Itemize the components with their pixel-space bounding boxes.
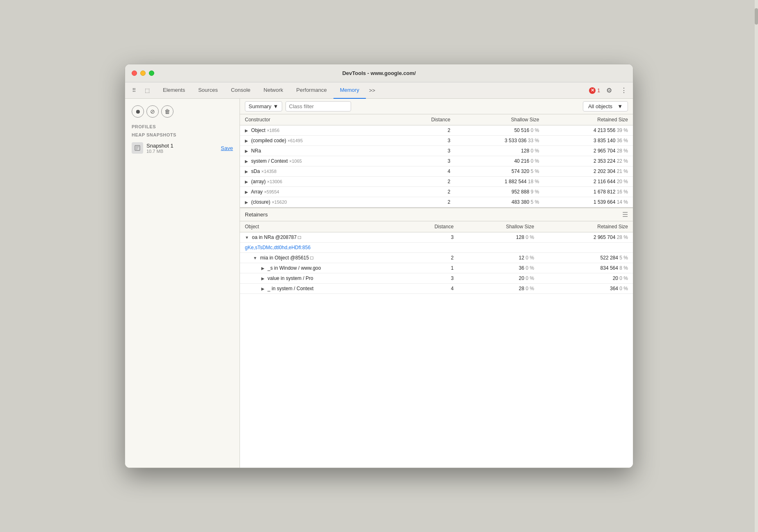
- shallow-size-cell: 483 380 5 %: [455, 197, 544, 207]
- tab-sources[interactable]: Sources: [192, 82, 224, 99]
- shallow-pct: 9 %: [531, 189, 539, 195]
- tab-console[interactable]: Console: [224, 82, 257, 99]
- retainers-retained-cell: 2 965 704 28 %: [539, 232, 633, 243]
- constructor-count: ×59554: [264, 189, 279, 194]
- shallow-pct: 5 %: [531, 199, 539, 205]
- retainers-distance-cell: 3: [397, 273, 459, 284]
- shallow-size-cell: 40 216 0 %: [455, 156, 544, 166]
- retainers-object-cell: ▶ _s in Window / www.goo: [240, 263, 397, 273]
- all-objects-dropdown[interactable]: All objects ▼: [583, 101, 628, 111]
- retainers-object-header: Object: [240, 221, 397, 232]
- retained-size-cell: 1 678 812 16 %: [544, 187, 633, 197]
- tab-right-area: ✕ 1 ⚙ ⋮: [589, 85, 630, 96]
- retainers-retained-header: Retained Size: [539, 221, 633, 232]
- tab-network[interactable]: Network: [257, 82, 290, 99]
- close-button[interactable]: [132, 70, 137, 76]
- content-toolbar: Summary ▼ All objects ▼: [240, 99, 633, 114]
- retainers-menu-icon[interactable]: ☰: [622, 211, 628, 218]
- dropdown-arrow-icon: ▼: [273, 103, 279, 109]
- constructor-cell: ▶ Array ×59554: [240, 187, 397, 197]
- retained-size-cell: 1 539 664 14 %: [544, 197, 633, 207]
- settings-icon[interactable]: ⚙: [603, 85, 615, 96]
- tab-elements[interactable]: Elements: [156, 82, 192, 99]
- shallow-pct: 0 %: [531, 127, 539, 133]
- content-area: Summary ▼ All objects ▼ Constructor Dist…: [240, 99, 633, 468]
- shallow-pct: 33 %: [528, 138, 539, 143]
- retainers-table-row[interactable]: gKe,sTsDMc,dtl0hd,eHDfl:856: [240, 243, 633, 253]
- retainers-distance-cell: 4: [397, 284, 459, 294]
- class-filter-input[interactable]: [285, 101, 351, 111]
- tables-container: Constructor Distance Shallow Size Retain…: [240, 114, 633, 468]
- constructor-count: ×13006: [267, 179, 282, 184]
- constructor-count: ×1065: [289, 159, 302, 164]
- distance-cell: 2: [397, 125, 455, 136]
- heap-table-row[interactable]: ▶ (closure) ×15620 2 483 380 5 % 1 539 6…: [240, 197, 633, 207]
- expand-arrow-icon: ▶: [245, 149, 248, 153]
- shallow-pct: 5 %: [531, 168, 539, 174]
- device-tool-icon[interactable]: ⬚: [142, 85, 153, 96]
- heap-table-row[interactable]: ▶ (array) ×13006 2 1 882 544 18 % 2 116 …: [240, 177, 633, 187]
- objects-dropdown-arrow-icon: ▼: [617, 103, 623, 109]
- retained-pct: 36 %: [617, 138, 628, 143]
- retainers-object-cell: ▼ mia in Object @85615 □: [240, 253, 397, 263]
- clear-button[interactable]: ⊘: [146, 105, 159, 118]
- retainers-table-row[interactable]: ▶ _s in Window / www.goo 1 36 0 % 834 56…: [240, 263, 633, 273]
- heap-table-row[interactable]: ▶ (compiled code) ×61495 3 3 533 036 33 …: [240, 136, 633, 146]
- retainers-retained-pct: 8 %: [619, 265, 628, 271]
- window-title: DevTools - www.google.com/: [342, 70, 416, 76]
- retainers-link[interactable]: gKe,sTsDMc,dtl0hd,eHDfl:856: [245, 245, 311, 250]
- select-tool-icon[interactable]: ⠿: [128, 85, 140, 96]
- shallow-size-cell: 3 533 036 33 %: [455, 136, 544, 146]
- heap-table-row[interactable]: ▶ Object ×1856 2 50 516 0 % 4 213 556 39…: [240, 125, 633, 136]
- expand-arrow-icon: ▶: [245, 159, 248, 164]
- retainers-table-row[interactable]: ▼ oa in NRa @208787 □ 3 128 0 % 2 965 70…: [240, 232, 633, 243]
- retainers-object-name: mia in Object @85615 □: [260, 255, 313, 261]
- tab-performance[interactable]: Performance: [290, 82, 333, 99]
- heap-table-row[interactable]: ▶ Array ×59554 2 952 888 9 % 1 678 812 1…: [240, 187, 633, 197]
- retainers-object-cell: ▶ _ in system / Context: [240, 284, 397, 294]
- maximize-button[interactable]: [149, 70, 154, 76]
- delete-button[interactable]: 🗑: [161, 105, 174, 118]
- more-options-icon[interactable]: ⋮: [618, 85, 630, 96]
- retainers-table-row[interactable]: ▶ _ in system / Context 4 28 0 % 364 0 %: [240, 284, 633, 294]
- shallow-size-cell: 574 320 5 %: [455, 166, 544, 177]
- retained-size-header: Retained Size: [544, 114, 633, 125]
- minimize-button[interactable]: [140, 70, 146, 76]
- retainers-table: Object Distance Shallow Size Retained Si…: [240, 221, 633, 294]
- retainers-table-row[interactable]: ▼ mia in Object @85615 □ 2 12 0 % 522 28…: [240, 253, 633, 263]
- main-area: ⏺ ⊘ 🗑 Profiles HEAP SNAPSHOTS Snapshot: [125, 99, 633, 468]
- retainers-retained-cell: 522 284 5 %: [539, 253, 633, 263]
- heap-table-row[interactable]: ▶ NRa 3 128 0 % 2 965 704 28 %: [240, 146, 633, 156]
- expand-arrow-icon: ▶: [245, 180, 248, 184]
- shallow-pct: 0 %: [531, 158, 539, 164]
- error-icon: ✕: [589, 87, 596, 94]
- summary-dropdown[interactable]: Summary ▼: [245, 101, 282, 111]
- constructor-name: NRa: [251, 148, 261, 154]
- tab-memory[interactable]: Memory: [333, 82, 366, 99]
- retainers-shallow-pct: 0 %: [525, 265, 534, 271]
- retainers-title: Retainers: [245, 211, 268, 218]
- retainers-retained-pct: 0 %: [619, 286, 628, 291]
- retainers-table-row[interactable]: ▶ value in system / Pro 3 20 0 % 20 0 %: [240, 273, 633, 284]
- retainers-expand-icon: ▶: [261, 276, 265, 281]
- retainers-expand-icon: ▼: [245, 235, 249, 240]
- expand-arrow-icon: ▶: [245, 200, 248, 205]
- snapshot-info: Snapshot 1 10.7 MB: [146, 143, 217, 154]
- retainers-expand-icon: ▼: [253, 256, 257, 260]
- retainers-shallow-cell: 28 0 %: [459, 284, 539, 294]
- retainers-shallow-header: Shallow Size: [459, 221, 539, 232]
- traffic-lights: [132, 70, 154, 76]
- constructor-count: ×61495: [288, 138, 303, 143]
- shallow-pct: 0 %: [531, 148, 539, 154]
- retained-size-cell: 4 213 556 39 %: [544, 125, 633, 136]
- heap-table-row[interactable]: ▶ sDa ×14358 4 574 320 5 % 2 202 304 21 …: [240, 166, 633, 177]
- retainers-expand-icon: ▶: [261, 266, 265, 271]
- snapshot-save-link[interactable]: Save: [221, 145, 233, 151]
- tab-more-button[interactable]: >>: [366, 82, 379, 99]
- retainers-shallow-pct: 0 %: [525, 255, 534, 261]
- heap-table-row[interactable]: ▶ system / Context ×1065 3 40 216 0 % 2 …: [240, 156, 633, 166]
- retainers-object-name: _ in system / Context: [267, 286, 313, 291]
- constructor-name: (compiled code): [251, 138, 286, 143]
- retained-pct: 28 %: [617, 148, 628, 154]
- record-button[interactable]: ⏺: [132, 105, 144, 118]
